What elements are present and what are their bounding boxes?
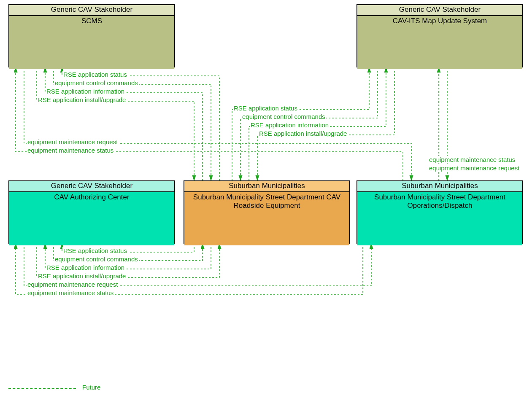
flow-label: RSE application install/upgrade: [258, 130, 348, 137]
node-title: CAV Authorizing Center: [9, 192, 174, 245]
flow-label: equipment maintenance status: [428, 156, 516, 163]
flow-label: RSE application status: [233, 105, 298, 112]
flow-label: equipment maintenance status: [27, 147, 114, 154]
legend-label: Future: [82, 384, 100, 391]
node-header: Suburban Municipalities: [357, 181, 522, 192]
node-title: Suburban Municipality Street Department …: [184, 192, 349, 245]
flow-label: equipment maintenance request: [27, 138, 119, 145]
flow-label: equipment maintenance status: [27, 289, 114, 296]
node-roadside: Suburban Municipalities Suburban Municip…: [184, 180, 350, 244]
legend-line-future: [8, 388, 76, 389]
flow-label: RSE application information: [46, 264, 125, 271]
flow-label: RSE application install/upgrade: [37, 272, 127, 280]
flow-label: RSE application status: [62, 71, 128, 78]
node-title: CAV-ITS Map Update System: [357, 16, 522, 69]
flow-label: RSE application install/upgrade: [37, 96, 127, 103]
node-title: SCMS: [9, 16, 174, 69]
flow-label: RSE application information: [46, 88, 125, 95]
node-header: Generic CAV Stakeholder: [9, 181, 174, 192]
node-dispatch: Suburban Municipalities Suburban Municip…: [356, 180, 523, 244]
node-header: Generic CAV Stakeholder: [357, 5, 522, 16]
flow-label: equipment maintenance request: [27, 281, 119, 288]
flow-label: equipment control commands: [54, 255, 139, 263]
flow-label: RSE application status: [62, 247, 128, 254]
flow-label: equipment control commands: [241, 113, 326, 120]
flow-label: RSE application information: [250, 121, 329, 129]
node-authcenter: Generic CAV Stakeholder CAV Authorizing …: [8, 180, 175, 244]
node-header: Generic CAV Stakeholder: [9, 5, 174, 16]
node-mapupdate: Generic CAV Stakeholder CAV-ITS Map Upda…: [356, 4, 523, 67]
flow-label: equipment control commands: [54, 79, 139, 86]
node-header: Suburban Municipalities: [184, 181, 349, 192]
node-scms: Generic CAV Stakeholder SCMS: [8, 4, 175, 67]
flow-label: equipment maintenance request: [428, 164, 520, 172]
diagram-stage: RSE application status equipment control…: [0, 0, 532, 406]
node-title: Suburban Municipality Street Department …: [357, 192, 522, 245]
